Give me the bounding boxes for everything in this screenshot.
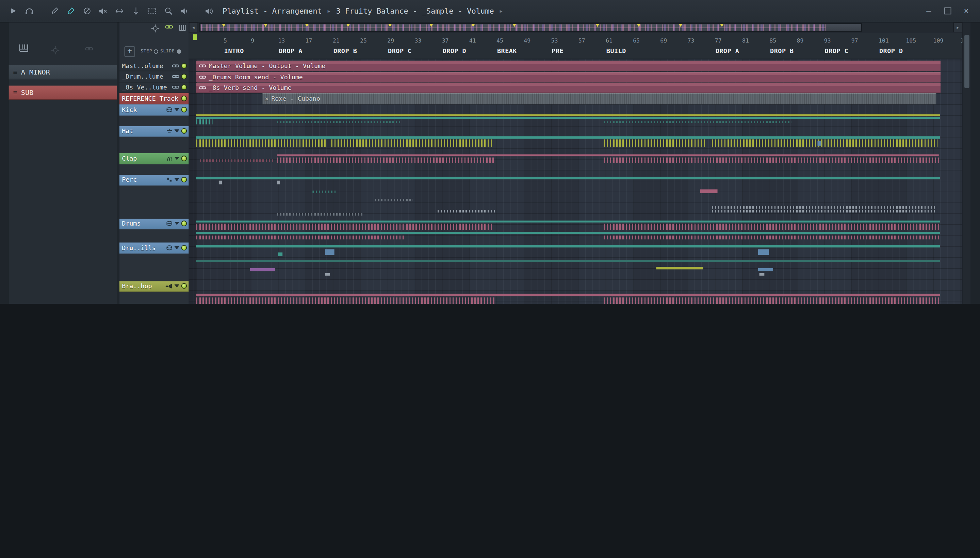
timeline-marker-flag[interactable]	[346, 24, 350, 27]
pattern-clip[interactable]	[325, 273, 330, 276]
pattern-clip[interactable]	[196, 294, 940, 296]
automation-clip-8s-verb-send-volume[interactable]: _8s Verb send - Volume	[196, 82, 941, 93]
pattern-clip[interactable]	[277, 157, 494, 163]
track-header-mast-olume[interactable]: Mast..olume	[120, 61, 189, 71]
slice-tool-icon[interactable]	[129, 4, 142, 18]
pattern-clip[interactable]	[277, 121, 402, 123]
section-marker-drop-b[interactable]: DROP B	[770, 48, 794, 54]
timeline-marker-flag[interactable]	[388, 24, 392, 27]
pattern-clip[interactable]	[604, 157, 939, 163]
pattern-clip[interactable]	[196, 232, 940, 234]
pattern-clip[interactable]	[712, 206, 937, 208]
caret-icon[interactable]	[174, 108, 179, 111]
section-marker-drop-a[interactable]: DROP A	[279, 48, 302, 54]
caret-icon[interactable]	[174, 222, 179, 225]
led-icon[interactable]	[181, 156, 187, 161]
scroll-left-button[interactable]: ◂	[189, 23, 199, 32]
track-header-kick[interactable]: Kick	[120, 105, 189, 115]
section-marker-drop-d[interactable]: DROP D	[442, 48, 466, 54]
led-icon[interactable]	[181, 74, 187, 80]
caret-icon[interactable]	[174, 130, 179, 133]
zoom-tool-icon[interactable]	[161, 4, 175, 18]
piano-roll-icon[interactable]	[19, 44, 29, 52]
track-header-drum-lume[interactable]: _Drum..lume	[120, 71, 189, 82]
led-icon[interactable]	[181, 63, 187, 69]
led-icon[interactable]	[181, 177, 187, 183]
pattern-clip[interactable]	[277, 181, 280, 184]
pattern-clip[interactable]	[196, 235, 404, 239]
vertical-scrollbar-handle[interactable]	[964, 35, 969, 88]
track-header-8s-ve-lume[interactable]: _8s Ve..lume	[120, 82, 189, 93]
playback-tool-icon[interactable]	[177, 4, 191, 18]
section-marker-drop-a[interactable]: DROP A	[716, 48, 739, 54]
pattern-clip[interactable]	[196, 224, 404, 230]
timeline-marker-flag[interactable]	[222, 24, 226, 27]
timeline-marker-flag[interactable]	[305, 24, 309, 27]
timeline-ruler[interactable]: 5913172125293337414549535761656973778185…	[189, 33, 963, 59]
section-marker-break[interactable]: BREAK	[497, 48, 517, 54]
paint-tool-icon[interactable]	[64, 4, 77, 18]
pattern-clip[interactable]	[312, 190, 337, 193]
pattern-clip[interactable]	[196, 114, 940, 117]
pattern-clip[interactable]	[219, 181, 222, 184]
audio-clip-roxe-cubano[interactable]: ×Roxe - Cubano	[263, 93, 936, 104]
mute-cross-icon[interactable]: ×	[265, 95, 269, 102]
select-tool-icon[interactable]	[145, 4, 159, 18]
caret-icon[interactable]	[174, 284, 179, 287]
section-marker-drop-b[interactable]: DROP B	[333, 48, 357, 54]
draw-tool-icon[interactable]	[48, 4, 61, 18]
pattern-clip[interactable]	[712, 140, 937, 147]
pattern-clip[interactable]	[325, 249, 335, 255]
track-header-bra-hop[interactable]: Bra..hop	[120, 281, 189, 292]
mute-tool-icon[interactable]	[96, 4, 110, 18]
pattern-clip[interactable]	[277, 154, 939, 156]
pattern-clip[interactable]	[604, 121, 791, 123]
timeline-marker-flag[interactable]	[720, 24, 724, 27]
led-icon[interactable]	[181, 221, 187, 226]
pattern-clip[interactable]	[817, 141, 821, 146]
pattern-clip[interactable]	[200, 159, 274, 162]
close-button[interactable]: ×	[959, 4, 974, 18]
pattern-clip[interactable]	[196, 220, 940, 222]
panel-item-a-minor[interactable]: ≡A MINOR	[9, 65, 117, 79]
pattern-clip[interactable]	[758, 268, 773, 271]
pattern-clip[interactable]	[196, 140, 326, 147]
pattern-clip[interactable]	[604, 224, 939, 230]
pattern-clip[interactable]	[712, 210, 937, 212]
section-marker-intro[interactable]: INTRO	[224, 48, 244, 54]
pattern-clip[interactable]	[760, 273, 765, 276]
automation-clip-drums-room-send-volume[interactable]: _Drums Room send - Volume	[196, 71, 941, 82]
panel-item-sub[interactable]: ≡SUB	[9, 86, 117, 100]
play-icon[interactable]	[6, 4, 20, 18]
section-marker-drop-c[interactable]: DROP C	[388, 48, 412, 54]
track-header-clap[interactable]: Clap	[120, 153, 189, 164]
pattern-clip[interactable]	[331, 140, 494, 147]
pattern-clip[interactable]	[196, 136, 940, 138]
led-icon[interactable]	[181, 245, 187, 251]
timeline-marker-flag[interactable]	[429, 24, 433, 27]
caret-icon[interactable]	[174, 178, 179, 181]
led-icon[interactable]	[181, 128, 187, 134]
headphones-icon[interactable]	[23, 4, 36, 18]
led-icon[interactable]	[181, 283, 187, 289]
section-marker-drop-d[interactable]: DROP D	[879, 48, 903, 54]
automation-clip-master-volume-output-volume[interactable]: Master Volume - Output - Volume	[196, 61, 941, 71]
vertical-scrollbar[interactable]	[963, 23, 971, 304]
delete-tool-icon[interactable]	[80, 4, 94, 18]
pattern-clip[interactable]	[438, 210, 495, 212]
timeline-marker-flag[interactable]	[637, 24, 641, 27]
track-header-hat[interactable]: Hat	[120, 126, 189, 137]
timeline-marker-flag[interactable]	[471, 24, 475, 27]
pattern-clip[interactable]	[406, 224, 494, 230]
pattern-clip[interactable]	[250, 268, 275, 271]
pattern-clip[interactable]	[375, 199, 412, 201]
pattern-clip[interactable]	[657, 267, 703, 269]
track-header-reference-track[interactable]: REFERENCE Track	[120, 93, 189, 104]
slip-tool-icon[interactable]	[113, 4, 126, 18]
section-marker-pre[interactable]: PRE	[552, 48, 563, 54]
playback-start-marker[interactable]	[193, 34, 197, 40]
maximize-button[interactable]	[940, 4, 955, 18]
timeline-marker-flag[interactable]	[263, 24, 267, 27]
scroll-preview[interactable]	[199, 23, 862, 32]
pattern-clip[interactable]	[604, 297, 939, 304]
